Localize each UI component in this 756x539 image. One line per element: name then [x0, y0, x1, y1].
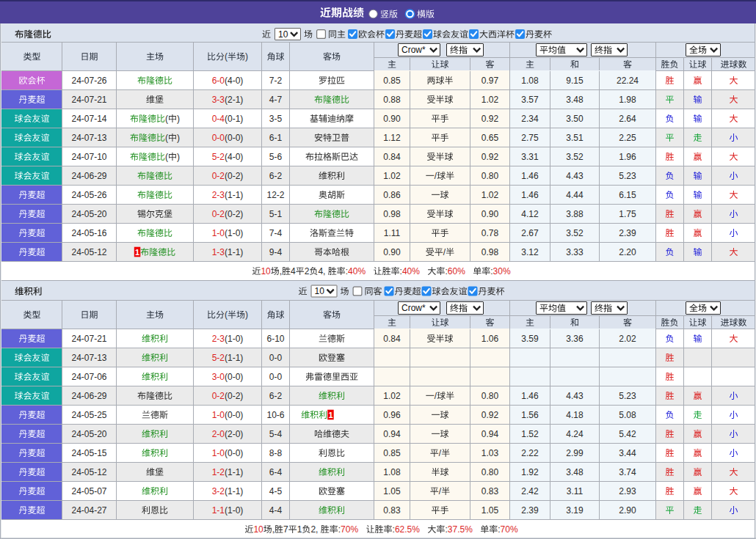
svg-text:(2-1): (2-1) [225, 95, 243, 105]
svg-text:2.39: 2.39 [619, 228, 636, 238]
svg-text:6-2: 6-2 [269, 391, 283, 401]
svg-text:3.74: 3.74 [619, 467, 636, 477]
svg-text:2.25: 2.25 [619, 133, 636, 143]
svg-text:1.02: 1.02 [481, 95, 499, 105]
svg-text:8-8: 8-8 [269, 448, 283, 458]
svg-text:(0-0): (0-0) [225, 448, 243, 458]
svg-text:0-0: 0-0 [269, 353, 283, 363]
svg-text:(1-0): (1-0) [225, 228, 243, 238]
svg-text:4-5: 4-5 [269, 486, 283, 496]
svg-text:(4-0): (4-0) [225, 152, 243, 162]
svg-text:24-04-27: 24-04-27 [71, 505, 106, 516]
svg-text:(: ( [165, 133, 168, 143]
svg-text:0.92: 0.92 [481, 410, 499, 420]
svg-text:1.12: 1.12 [383, 133, 401, 143]
svg-text:(0-2): (0-2) [225, 171, 243, 181]
svg-text:0.90: 0.90 [481, 209, 499, 219]
svg-text:1.08: 1.08 [521, 76, 539, 86]
svg-text:7-4: 7-4 [269, 228, 283, 238]
svg-text:0.65: 0.65 [481, 133, 499, 143]
svg-text:3.44: 3.44 [619, 448, 636, 458]
svg-text:1.56: 1.56 [521, 410, 539, 420]
svg-text:3.51: 3.51 [566, 133, 584, 143]
svg-text:5.08: 5.08 [619, 410, 636, 420]
svg-text:0.92: 0.92 [481, 152, 499, 162]
svg-text:1-3: 1-3 [212, 247, 225, 257]
svg-text:2.42: 2.42 [521, 486, 539, 496]
svg-text:2-3: 2-3 [212, 190, 225, 200]
svg-text:,: , [272, 524, 275, 535]
svg-text:3.52: 3.52 [566, 228, 584, 238]
svg-text:24-05-12: 24-05-12 [71, 247, 106, 257]
svg-text:3.11: 3.11 [567, 486, 584, 496]
svg-text:7: 7 [283, 524, 288, 535]
svg-text:1.92: 1.92 [521, 467, 539, 477]
svg-text:(: ( [165, 114, 168, 124]
svg-text:24-06-29: 24-06-29 [71, 391, 106, 401]
svg-text:(0-0): (0-0) [225, 133, 243, 143]
svg-text:4.43: 4.43 [566, 171, 584, 181]
svg-text:24-05-16: 24-05-16 [71, 228, 106, 238]
svg-text:6-0: 6-0 [212, 76, 225, 86]
svg-text:5-2: 5-2 [212, 353, 225, 363]
svg-text:24-05-25: 24-05-25 [71, 410, 106, 420]
svg-text:7-2: 7-2 [269, 76, 283, 86]
svg-text:24-05-20: 24-05-20 [71, 209, 106, 219]
svg-text:70%: 70% [501, 524, 518, 535]
svg-text:1.75: 1.75 [619, 209, 636, 219]
svg-text:3-5: 3-5 [269, 114, 283, 124]
svg-text:0.80: 0.80 [481, 171, 499, 181]
svg-text:22.24: 22.24 [617, 76, 639, 86]
svg-text:24-07-21: 24-07-21 [71, 95, 106, 105]
svg-text:5.23: 5.23 [619, 391, 636, 401]
svg-text:1.06: 1.06 [481, 334, 499, 344]
svg-text:4-4: 4-4 [269, 505, 283, 516]
svg-text:1.46: 1.46 [521, 190, 539, 200]
svg-text:3.88: 3.88 [566, 209, 584, 219]
svg-text:2.93: 2.93 [619, 486, 636, 496]
svg-text:0-0: 0-0 [269, 372, 283, 382]
svg-text:2.99: 2.99 [566, 448, 584, 458]
svg-text:0.98: 0.98 [383, 209, 401, 219]
svg-text:(2-0): (2-0) [225, 429, 243, 439]
svg-text:37.5%: 37.5% [448, 524, 473, 535]
svg-text:24-05-26: 24-05-26 [71, 190, 106, 200]
svg-text:5-2: 5-2 [212, 152, 225, 162]
svg-text:3.48: 3.48 [566, 95, 584, 105]
svg-text:4,: 4, [318, 266, 325, 276]
svg-text:1.46: 1.46 [521, 171, 539, 181]
svg-text:0-2: 0-2 [212, 209, 225, 219]
svg-text:4.18: 4.18 [566, 410, 584, 420]
svg-text:(1-0): (1-0) [225, 334, 243, 344]
svg-text:3.12: 3.12 [521, 247, 539, 257]
svg-text:3.36: 3.36 [566, 334, 584, 344]
svg-text:24-07-13: 24-07-13 [71, 133, 106, 143]
svg-text:5-1: 5-1 [269, 209, 283, 219]
svg-text:70%: 70% [341, 524, 358, 535]
svg-text:0.90: 0.90 [383, 247, 401, 257]
svg-text:(: ( [225, 309, 228, 320]
svg-text:0.97: 0.97 [481, 76, 499, 86]
svg-text:24-07-14: 24-07-14 [71, 114, 106, 124]
svg-text:0.94: 0.94 [481, 429, 499, 439]
svg-text:): ) [245, 309, 248, 320]
svg-text:0.85: 0.85 [383, 76, 401, 86]
svg-text:0.88: 0.88 [383, 95, 401, 105]
svg-text:(1-1): (1-1) [225, 190, 243, 200]
svg-text:0.96: 0.96 [383, 410, 401, 420]
svg-text:3.19: 3.19 [566, 505, 584, 516]
svg-text:4: 4 [291, 266, 296, 276]
svg-text:1.02: 1.02 [383, 391, 401, 401]
svg-text:30%: 30% [493, 266, 511, 276]
svg-text:0-2: 0-2 [212, 171, 225, 181]
svg-text:24-05-12: 24-05-12 [71, 467, 106, 477]
svg-text:0-4: 0-4 [212, 114, 225, 124]
svg-text:4.43: 4.43 [566, 391, 584, 401]
svg-text:3-0: 3-0 [212, 372, 225, 382]
svg-text:(1-1): (1-1) [225, 467, 243, 477]
svg-text:10-6: 10-6 [266, 410, 284, 420]
svg-text:3-3: 3-3 [212, 95, 225, 105]
svg-text:): ) [177, 152, 180, 162]
svg-text:1.03: 1.03 [481, 448, 499, 458]
svg-text:6-2: 6-2 [269, 171, 283, 181]
